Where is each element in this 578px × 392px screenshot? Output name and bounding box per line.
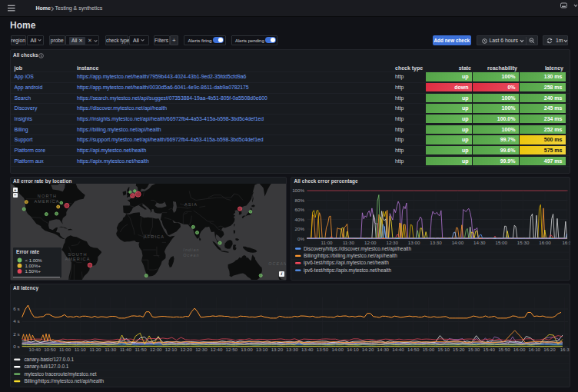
- svg-text:13:00: 13:00: [408, 240, 420, 245]
- svg-text:16:00: 16:00: [539, 240, 551, 245]
- svg-text:13:20: 13:20: [271, 347, 283, 352]
- svg-text:12:50: 12:50: [225, 347, 238, 352]
- svg-text:Ocean: Ocean: [183, 253, 199, 257]
- svg-text:AMERICA: AMERICA: [65, 257, 90, 261]
- svg-text:15:40: 15:40: [483, 347, 495, 352]
- svg-text:AMERICA: AMERICA: [34, 199, 59, 204]
- svg-text:11:40: 11:40: [119, 347, 131, 352]
- svg-text:2 s: 2 s: [13, 331, 19, 336]
- svg-text:16:3: 16:3: [562, 240, 570, 245]
- svg-text:13:50: 13:50: [316, 347, 328, 352]
- svg-text:NORTH: NORTH: [37, 194, 56, 198]
- svg-text:11:20: 11:20: [89, 347, 101, 352]
- svg-text:0 s: 0 s: [13, 344, 19, 349]
- svg-text:16:20: 16:20: [543, 347, 556, 352]
- svg-text:Discovery/https://discover.myt: Discovery/https://discover.mytestco.net/…: [304, 245, 411, 251]
- svg-text:15:50: 15:50: [498, 347, 510, 352]
- svg-text:13:00: 13:00: [241, 347, 253, 352]
- svg-text:14:30: 14:30: [473, 240, 486, 245]
- svg-text:15:00: 15:00: [495, 240, 507, 245]
- svg-text:60%: 60%: [295, 207, 305, 212]
- svg-text:20%: 20%: [295, 226, 305, 231]
- svg-text:12:30: 12:30: [195, 347, 208, 352]
- svg-text:11:00: 11:00: [321, 240, 333, 245]
- svg-text:mytestco traceroute/mytestco.n: mytestco traceroute/mytestco.net: [24, 370, 96, 377]
- svg-text:80%: 80%: [295, 197, 305, 202]
- svg-text:15:30: 15:30: [517, 240, 530, 245]
- svg-text:AFRICA: AFRICA: [143, 234, 164, 239]
- svg-text:12:30: 12:30: [386, 240, 398, 245]
- svg-text:1.00%+: 1.00%+: [25, 263, 42, 267]
- svg-text:11:10: 11:10: [74, 347, 86, 352]
- svg-text:16:00: 16:00: [513, 347, 525, 352]
- svg-text:10:50: 10:50: [44, 347, 56, 352]
- svg-text:13:40: 13:40: [301, 347, 314, 352]
- svg-text:SOUTH: SOUTH: [68, 252, 87, 257]
- svg-text:13:30: 13:30: [286, 347, 298, 352]
- svg-text:ipv6-test/https://api.mytestco: ipv6-test/https://api.mytestco.net/healt…: [304, 260, 389, 266]
- svg-text:14:00: 14:00: [452, 240, 464, 245]
- svg-text:11:50: 11:50: [135, 347, 147, 352]
- svg-text:Indian: Indian: [183, 247, 199, 252]
- svg-text:15:00: 15:00: [422, 347, 434, 352]
- svg-text:12:20: 12:20: [180, 347, 192, 352]
- svg-text:ASIA: ASIA: [184, 202, 197, 207]
- svg-text:canary-full/127.0.0.1: canary-full/127.0.0.1: [24, 364, 68, 370]
- svg-text:12:00: 12:00: [150, 347, 162, 352]
- svg-text:11:30: 11:30: [343, 240, 355, 245]
- svg-text:15:30: 15:30: [467, 347, 480, 352]
- svg-text:4 s: 4 s: [13, 318, 19, 324]
- svg-text:14:00: 14:00: [331, 347, 344, 352]
- svg-text:1.50%+: 1.50%+: [25, 269, 42, 274]
- svg-text:15:10: 15:10: [437, 347, 450, 352]
- svg-text:0%: 0%: [297, 235, 304, 241]
- svg-text:OCEAN: OCEAN: [268, 261, 286, 266]
- svg-text:10:40: 10:40: [28, 347, 41, 352]
- svg-text:11:30: 11:30: [105, 347, 117, 352]
- svg-text:14:50: 14:50: [407, 347, 419, 352]
- svg-text:40%: 40%: [295, 216, 305, 221]
- svg-text:ipv6-test/https://apix.mytestc: ipv6-test/https://apix.mytestco.net/heal…: [304, 267, 391, 273]
- svg-text:12:10: 12:10: [164, 347, 177, 352]
- svg-text:13:10: 13:10: [255, 347, 267, 352]
- svg-text:12:40: 12:40: [210, 347, 222, 352]
- svg-text:16:10: 16:10: [528, 347, 540, 352]
- svg-text:12:00: 12:00: [364, 240, 377, 245]
- svg-text:16:3: 16:3: [560, 347, 570, 352]
- svg-text:15:20: 15:20: [453, 347, 465, 352]
- svg-text:14:30: 14:30: [377, 347, 389, 352]
- svg-text:14:10: 14:10: [347, 347, 359, 352]
- svg-text:canary-basic/127.0.0.1: canary-basic/127.0.0.1: [24, 357, 74, 363]
- svg-text:< 1.00%: < 1.00%: [25, 257, 43, 262]
- svg-text:Billing/https://billing.mytest: Billing/https://billing.mytestco.net/api…: [304, 253, 397, 259]
- svg-text:14:20: 14:20: [361, 347, 374, 352]
- svg-text:Billing/https://mytestco.net/a: Billing/https://mytestco.net/api/health: [24, 378, 104, 384]
- svg-text:6 s: 6 s: [13, 306, 19, 311]
- svg-text:14:40: 14:40: [392, 347, 404, 352]
- svg-text:100%: 100%: [292, 188, 304, 193]
- svg-text:13:30: 13:30: [430, 240, 442, 245]
- svg-text:11:00: 11:00: [59, 347, 71, 352]
